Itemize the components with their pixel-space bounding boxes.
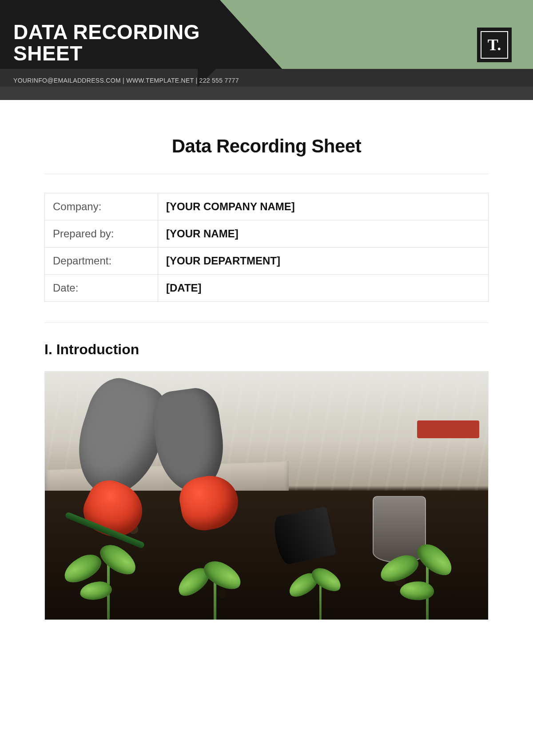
section-heading-introduction: I. Introduction: [44, 341, 489, 358]
seedling-icon: [291, 553, 348, 620]
table-row: Date: [DATE]: [45, 275, 489, 302]
info-value: [YOUR DEPARTMENT]: [158, 248, 489, 275]
info-value: [YOUR COMPANY NAME]: [158, 193, 489, 220]
document-body: Data Recording Sheet Company: [YOUR COMP…: [0, 100, 533, 620]
brand-logo-text: T.: [481, 31, 508, 59]
banner-title: DATA RECORDING SHEET: [13, 21, 235, 64]
divider: [44, 322, 489, 323]
document-title: Data Recording Sheet: [44, 136, 489, 157]
banner-bottom-strip: [0, 87, 533, 100]
table-row: Company: [YOUR COMPANY NAME]: [45, 193, 489, 220]
introduction-image: [44, 371, 489, 620]
info-label: Company:: [45, 193, 158, 220]
info-value: [DATE]: [158, 275, 489, 302]
header-banner: DATA RECORDING SHEET YOURINFO@EMAILADDRE…: [0, 0, 533, 100]
seedling-icon: [178, 540, 249, 620]
divider: [44, 174, 489, 174]
seedling-icon: [72, 531, 143, 620]
info-label: Prepared by:: [45, 220, 158, 248]
info-label: Department:: [45, 248, 158, 275]
tray-icon: [417, 420, 479, 438]
seedling-icon: [390, 535, 461, 620]
info-label: Date:: [45, 275, 158, 302]
info-table: Company: [YOUR COMPANY NAME] Prepared by…: [44, 193, 489, 302]
info-value: [YOUR NAME]: [158, 220, 489, 248]
brand-logo: T.: [477, 28, 512, 62]
table-row: Prepared by: [YOUR NAME]: [45, 220, 489, 248]
banner-contact-line: YOURINFO@EMAILADDRESS.COM | WWW.TEMPLATE…: [13, 77, 239, 84]
table-row: Department: [YOUR DEPARTMENT]: [45, 248, 489, 275]
